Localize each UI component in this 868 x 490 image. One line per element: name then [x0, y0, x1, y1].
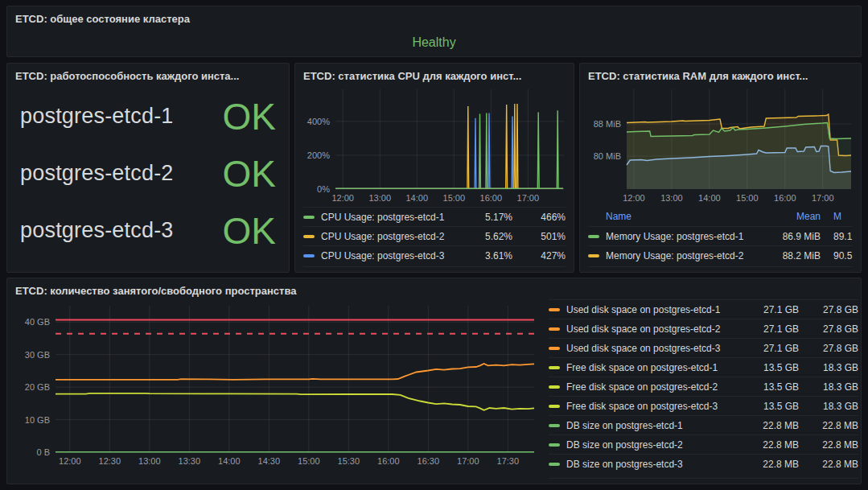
series-last-value: 22.8 MB — [747, 420, 799, 431]
legend-row: Free disk space on postgres-etcd-1 13.5 … — [549, 357, 858, 377]
series-max-value: 22.8 MB — [799, 439, 858, 451]
legend-header-name[interactable]: Name — [606, 211, 771, 222]
instance-health-list: postgres-etcd-1 OK postgres-etcd-2 OK po… — [15, 84, 281, 267]
ram-legend: Name Mean M Memory Usage: postgres-etcd-… — [588, 207, 853, 267]
panel-title-disk[interactable]: ETCD: количество занятого/свободного про… — [15, 283, 853, 299]
series-max-value: 27.8 GB — [799, 323, 858, 335]
legend-header-row: Name Mean M — [588, 207, 853, 226]
svg-text:10 GB: 10 GB — [25, 415, 50, 425]
panel-title-health[interactable]: ETCD: работоспособность каждого инста... — [15, 68, 281, 84]
panel-title-ram[interactable]: ETCD: статистика RAM для каждого инст... — [588, 68, 853, 84]
series-last-value: 27.1 GB — [747, 343, 799, 354]
legend-row: DB size on postgres-etcd-1 22.8 MB 22.8 … — [549, 415, 858, 434]
svg-text:12:00: 12:00 — [59, 456, 81, 466]
disk-legend: Used disk space on postgres-etcd-1 27.1 … — [549, 299, 858, 479]
svg-text:16:00: 16:00 — [480, 193, 503, 203]
instance-name: postgres-etcd-3 — [20, 218, 174, 243]
panel-instance-health: ETCD: работоспособность каждого инста...… — [6, 63, 290, 273]
series-label[interactable]: Memory Usage: postgres-etcd-2 — [606, 250, 771, 261]
series-label[interactable]: Used disk space on postgres-etcd-2 — [566, 323, 747, 335]
svg-text:14:30: 14:30 — [258, 456, 281, 466]
instance-row: postgres-etcd-3 OK — [20, 212, 276, 249]
series-color-swatch — [549, 308, 560, 311]
legend-row: CPU Usage: postgres-etcd-3 3.61% 427% — [303, 245, 566, 265]
svg-text:16:00: 16:00 — [377, 456, 400, 466]
series-color-swatch — [549, 347, 560, 350]
svg-text:14:00: 14:00 — [218, 456, 241, 466]
disk-space-chart[interactable]: 12:0012:3013:0013:3014:0014:3015:0015:30… — [15, 299, 542, 471]
legend-header-mean[interactable]: Mean — [771, 211, 821, 222]
series-color-swatch — [588, 254, 599, 257]
legend-header-max[interactable]: M — [821, 211, 853, 222]
series-max-value: 18.3 GB — [799, 401, 858, 412]
ram-usage-chart[interactable]: 12:0013:0014:0015:0016:0017:0080 MiB88 M… — [588, 84, 856, 207]
series-color-swatch — [549, 424, 560, 427]
instance-status-ok: OK — [223, 212, 276, 249]
panel-overall-status: ETCD: общее состояние кластера Healthy — [6, 6, 862, 57]
legend-row: Used disk space on postgres-etcd-2 27.1 … — [549, 319, 858, 338]
series-mean-value: 3.61% — [463, 250, 512, 261]
series-max-value: 466% — [512, 212, 566, 223]
series-max-value: 27.8 GB — [799, 304, 858, 315]
series-mean-value: 88.2 MiB — [771, 250, 821, 261]
svg-text:13:30: 13:30 — [179, 456, 201, 466]
panel-title-cpu[interactable]: ETCD: статистика CPU для каждого инст... — [303, 68, 566, 84]
legend-row: Free disk space on postgres-etcd-2 13.5 … — [549, 377, 858, 396]
svg-text:20 GB: 20 GB — [25, 382, 50, 392]
series-max-value: 18.3 GB — [799, 362, 858, 373]
series-last-value: 13.5 GB — [747, 401, 799, 412]
svg-text:30 GB: 30 GB — [25, 350, 50, 360]
series-label[interactable]: Used disk space on postgres-etcd-3 — [566, 343, 747, 354]
series-max-value: 90.5 — [821, 250, 853, 261]
series-label[interactable]: Free disk space on postgres-etcd-1 — [566, 362, 747, 373]
series-last-value: 13.5 GB — [747, 381, 799, 393]
svg-text:13:00: 13:00 — [368, 193, 391, 203]
svg-text:0 B: 0 B — [36, 447, 50, 457]
series-label[interactable]: Used disk space on postgres-etcd-1 — [566, 304, 747, 315]
series-label[interactable]: DB size on postgres-etcd-3 — [566, 459, 747, 470]
panel-disk-space: ETCD: количество занятого/свободного про… — [6, 278, 862, 484]
series-max-value: 501% — [512, 231, 566, 242]
svg-text:200%: 200% — [307, 150, 330, 160]
svg-text:15:00: 15:00 — [443, 193, 466, 203]
series-last-value: 13.5 GB — [747, 362, 799, 373]
svg-text:12:30: 12:30 — [99, 456, 121, 466]
series-mean-value: 86.9 MiB — [771, 231, 821, 242]
panel-title-overall[interactable]: ETCD: общее состояние кластера — [15, 11, 853, 27]
series-color-swatch — [549, 327, 560, 331]
series-max-value: 89.1 — [821, 231, 853, 242]
series-color-swatch — [549, 405, 560, 408]
svg-text:12:00: 12:00 — [331, 193, 354, 203]
series-label[interactable]: DB size on postgres-etcd-1 — [566, 420, 747, 431]
series-last-value: 22.8 MB — [747, 439, 799, 451]
series-label[interactable]: CPU Usage: postgres-etcd-3 — [321, 250, 463, 261]
svg-text:16:30: 16:30 — [418, 456, 440, 466]
cpu-legend: CPU Usage: postgres-etcd-1 5.17% 466% CP… — [303, 207, 566, 267]
series-label[interactable]: Memory Usage: postgres-etcd-1 — [606, 231, 771, 242]
series-last-value: 22.8 MB — [747, 459, 799, 470]
series-max-value: 27.8 GB — [799, 343, 858, 354]
svg-text:16:00: 16:00 — [774, 193, 796, 203]
cpu-usage-chart[interactable]: 12:0013:0014:0015:0016:0017:000%200%400% — [303, 84, 569, 207]
series-last-value: 27.1 GB — [747, 323, 799, 335]
svg-text:12:00: 12:00 — [623, 193, 645, 203]
series-color-swatch — [303, 216, 315, 219]
series-label[interactable]: DB size on postgres-etcd-2 — [566, 439, 747, 451]
svg-text:0%: 0% — [317, 184, 330, 194]
svg-text:88 MiB: 88 MiB — [594, 119, 621, 129]
series-label[interactable]: Free disk space on postgres-etcd-3 — [566, 401, 747, 412]
legend-row: Memory Usage: postgres-etcd-2 88.2 MiB 9… — [588, 245, 853, 265]
series-max-value: 18.3 GB — [799, 381, 858, 393]
svg-text:40 GB: 40 GB — [25, 317, 50, 327]
grafana-dashboard: ETCD: общее состояние кластера Healthy E… — [0, 0, 868, 490]
series-label[interactable]: Free disk space on postgres-etcd-2 — [566, 381, 747, 393]
series-label[interactable]: CPU Usage: postgres-etcd-2 — [321, 231, 463, 242]
series-label[interactable]: CPU Usage: postgres-etcd-1 — [321, 212, 463, 223]
series-color-swatch — [549, 366, 560, 369]
series-color-swatch — [303, 254, 315, 257]
series-mean-value: 5.17% — [463, 212, 512, 223]
svg-text:13:00: 13:00 — [138, 456, 161, 466]
instance-status-ok: OK — [223, 155, 276, 192]
instance-row: postgres-etcd-1 OK — [20, 98, 276, 135]
legend-row: DB size on postgres-etcd-3 22.8 MB 22.8 … — [549, 454, 858, 473]
